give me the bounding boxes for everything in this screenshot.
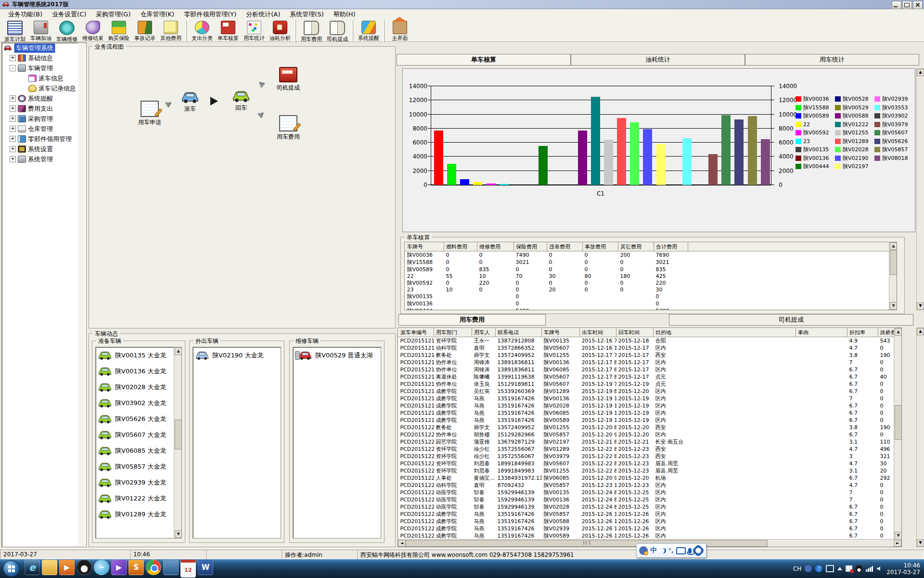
table-row[interactable]: PCD201512161...资环学院王永一13872912808陕V00135…: [398, 337, 902, 345]
word-icon[interactable]: W: [198, 560, 213, 575]
column-header[interactable]: 用车部门: [434, 328, 472, 337]
flow-node-driver-commission[interactable]: 司机提成: [277, 67, 300, 92]
media-player-icon[interactable]: ▶: [59, 560, 75, 575]
tree-item[interactable]: +费用支出: [2, 104, 86, 114]
tree-expander-icon[interactable]: +: [10, 116, 16, 122]
tree-expander-icon[interactable]: +: [10, 146, 16, 152]
toolbar-button[interactable]: 油耗分析: [267, 20, 293, 42]
scroll-up-icon[interactable]: ▲: [917, 328, 924, 335]
vehicle-list-item[interactable]: 陕V02939 大金龙: [96, 474, 174, 490]
vehicle-list-item[interactable]: 陕V05857 大金龙: [96, 459, 174, 474]
remote-desktop-icon[interactable]: [163, 560, 179, 575]
right-panel-scrollbar[interactable]: ▲ ▼: [916, 68, 924, 310]
scroll-right-icon[interactable]: ►: [894, 540, 901, 547]
accounting-table-scrollbar[interactable]: ▲ ▼: [889, 242, 897, 310]
column-header[interactable]: 回车时间: [616, 328, 654, 337]
table-row[interactable]: PCD20151221244人事处黄德宝...13384931972.13759…: [398, 474, 902, 482]
fetion-icon[interactable]: ~: [94, 560, 109, 575]
column-header[interactable]: 用车人: [472, 328, 496, 337]
tree-item[interactable]: +系统设置: [2, 144, 86, 154]
tree-expander-icon[interactable]: +: [10, 156, 16, 162]
tab[interactable]: 单车核算: [397, 54, 571, 66]
tree-item[interactable]: +基础信息: [2, 53, 86, 63]
toolbar-button[interactable]: 事故记录: [132, 20, 158, 42]
file-explorer-icon[interactable]: [42, 560, 57, 575]
scroll-thumb[interactable]: [895, 405, 902, 440]
scroll-left-icon[interactable]: ◄: [398, 540, 406, 547]
table-row[interactable]: PCD201512211...教务处师学文13572409952陕V012552…: [398, 424, 902, 431]
tree-item[interactable]: -车辆管理: [2, 63, 86, 73]
sogou-logo-icon[interactable]: [639, 546, 648, 555]
column-header[interactable]: 合计费用: [654, 243, 688, 251]
toolbar-button[interactable]: 其他费用: [158, 20, 184, 42]
sogou-input-icon[interactable]: S: [128, 560, 144, 575]
vehicle-list-item[interactable]: 陕V05626 大金龙: [96, 411, 174, 427]
table-row[interactable]: PCD201512184...成教学院马燕13519167426陕V001362…: [398, 395, 902, 402]
toolbar-button[interactable]: 系统提醒: [353, 20, 382, 42]
calendar-icon[interactable]: 12: [180, 560, 196, 578]
menu-item[interactable]: 分析统计(A): [242, 9, 284, 20]
table-row[interactable]: PCD201512213...资环学院刘思春18991849983陕V05607…: [398, 460, 902, 467]
tab[interactable]: 油耗统计: [571, 54, 745, 66]
tree-item[interactable]: +仓库管理: [2, 124, 86, 134]
scroll-up-icon[interactable]: ▲: [895, 328, 902, 336]
table-row[interactable]: PCD201512212...园艺学院蒲亚锋13679287129陕V02197…: [398, 438, 902, 446]
toolbar-button[interactable]: 购买保险: [106, 20, 132, 42]
maximize-button[interactable]: [902, 1, 912, 9]
tree-expander-icon[interactable]: +: [10, 55, 16, 61]
vehicle-list-item[interactable]: 陕V02190 大金龙: [193, 347, 281, 363]
vehicle-list-item[interactable]: 陕V05607 大金龙: [96, 427, 174, 443]
volume-icon[interactable]: [877, 566, 880, 571]
table-row[interactable]: PCD201512254...成教学院马燕13519167426陕V005892…: [398, 532, 902, 539]
tree-item[interactable]: +采购管理: [2, 114, 86, 124]
table-row[interactable]: PCD201512183...成教学院吴红英15339260369陕V01289…: [398, 388, 902, 395]
tab[interactable]: 用车费用: [398, 314, 546, 326]
language-indicator[interactable]: CH: [793, 565, 801, 572]
column-header[interactable]: 车牌号: [405, 243, 444, 251]
tree-item[interactable]: +系统提醒: [2, 93, 86, 104]
chinese-mode-icon[interactable]: 中: [650, 546, 657, 555]
tree-expander-icon[interactable]: +: [10, 105, 16, 112]
minimize-button[interactable]: [892, 1, 901, 9]
menu-item[interactable]: 采购管理(G): [91, 9, 135, 20]
table-row[interactable]: PCD201512225...动科学院袁明87092432陕V058572015…: [398, 482, 902, 489]
scroll-up-icon[interactable]: ▲: [917, 69, 924, 76]
sogou-tray-icon[interactable]: [805, 565, 812, 572]
column-header[interactable]: 目的地: [654, 328, 796, 337]
qq-tray-icon[interactable]: [856, 565, 862, 573]
chrome-icon[interactable]: [146, 560, 161, 575]
table-row[interactable]: 陕V0058908350000835: [405, 266, 897, 273]
table-row[interactable]: PCD201512162...协作单位周锋涛13891836811陕V06085…: [398, 366, 902, 373]
tree-item[interactable]: +零部件领用管理: [2, 134, 86, 144]
column-header[interactable]: 事故费用: [583, 243, 618, 251]
tree-item[interactable]: 派车记录信息: [2, 83, 86, 93]
scroll-up-icon[interactable]: ▲: [890, 242, 897, 250]
table-row[interactable]: PCD201512213...资环学院徐少红13572556067陕V03979…: [398, 453, 902, 460]
tree-expander-icon[interactable]: +: [10, 126, 16, 132]
table-row[interactable]: PCD201512212...协作单位胡拴楼15129282966陕V05857…: [398, 431, 902, 438]
keyboard-icon[interactable]: [676, 547, 686, 554]
column-header[interactable]: 违章费用: [547, 243, 583, 251]
column-header[interactable]: 维修费用: [477, 243, 514, 251]
vehicle-list-item[interactable]: 陕V06085 大金龙: [96, 443, 174, 459]
scroll-down-icon[interactable]: ▼: [917, 302, 924, 310]
table-row[interactable]: 陕V0013600: [405, 300, 897, 307]
table-row[interactable]: PCD201512254...成教学院马燕13519167426陕V005882…: [398, 518, 902, 525]
scroll-down-icon[interactable]: ▼: [895, 532, 902, 539]
tray-expand-icon[interactable]: [837, 567, 842, 570]
table-row[interactable]: 陕V155880030210003021: [405, 259, 897, 266]
table-row[interactable]: PCD201512213...资环学院徐少红13572556067陕V01289…: [398, 446, 902, 453]
scroll-grip-icon[interactable]: [583, 541, 590, 545]
column-header[interactable]: 车牌号: [542, 328, 580, 337]
vehicle-list-item[interactable]: 陕V03902 大金龙: [96, 395, 174, 411]
table-row[interactable]: PCD201512184...成教学院马燕13519167426陕V005892…: [398, 417, 902, 424]
menu-item[interactable]: 业务功能(B): [4, 9, 47, 20]
table-row[interactable]: PCD201512254...成教学院马燕13519167426陕V058572…: [398, 511, 902, 518]
menu-item[interactable]: 仓库管理(K): [136, 9, 179, 20]
toolbar-button[interactable]: 司机提成: [324, 20, 350, 43]
window-tray-icon[interactable]: [826, 565, 834, 572]
menu-item[interactable]: 帮助(H): [329, 9, 360, 20]
vehicle-list-item[interactable]: 陕V00136 大金龙: [96, 363, 174, 379]
menu-item[interactable]: 业务设置(C): [48, 9, 90, 20]
close-button[interactable]: [913, 1, 923, 9]
